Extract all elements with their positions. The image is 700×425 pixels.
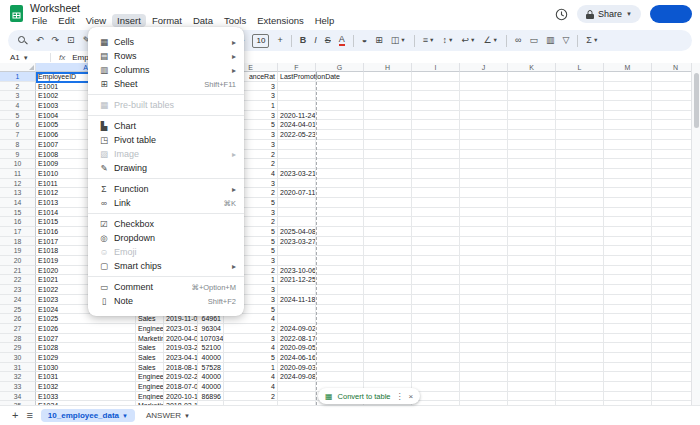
cell-H14[interactable] (364, 198, 412, 208)
cell-I28[interactable] (412, 334, 460, 344)
row-header-26[interactable]: 26 (0, 314, 36, 324)
cell-G18[interactable] (316, 237, 364, 247)
row-header-19[interactable]: 19 (0, 246, 36, 256)
cell-F10[interactable] (278, 159, 316, 169)
print-icon[interactable]: ⊡ (67, 36, 75, 45)
cell-G10[interactable] (316, 159, 364, 169)
cell-F20[interactable] (278, 256, 316, 266)
cell-F23[interactable] (278, 285, 316, 295)
cell-F22[interactable]: 2021-12-25 (278, 275, 316, 285)
cell-H18[interactable] (364, 237, 412, 247)
col-header-F[interactable]: F (278, 63, 316, 72)
cell-L18[interactable] (556, 237, 604, 247)
vertical-scrollbar[interactable] (691, 63, 700, 405)
cell-C27[interactable]: 2023-01-31 (164, 324, 198, 334)
cell-M15[interactable] (604, 208, 652, 218)
insert-menu-item-sheet[interactable]: ⊞SheetShift+F11 (88, 77, 244, 91)
row-header-13[interactable]: 13 (0, 188, 36, 198)
cell-J33[interactable] (460, 382, 508, 392)
cell-L6[interactable] (556, 120, 604, 130)
cell-H6[interactable] (364, 120, 412, 130)
cell-C28[interactable]: 2020-04-03 (164, 334, 198, 344)
cell-G4[interactable] (316, 101, 364, 111)
cell-K4[interactable] (508, 101, 556, 111)
insert-menu-item-columns[interactable]: ▥Columns▸ (88, 63, 244, 77)
row-header-5[interactable]: 5 (0, 111, 36, 121)
cell-A28[interactable]: E1027 (36, 334, 136, 344)
cell-F19[interactable] (278, 246, 316, 256)
cell-M22[interactable] (604, 275, 652, 285)
cell-M9[interactable] (604, 150, 652, 160)
row-header-24[interactable]: 24 (0, 295, 36, 305)
cell-J17[interactable] (460, 227, 508, 237)
undo-icon[interactable]: ↶ (36, 36, 44, 45)
menu-file[interactable]: File (27, 14, 52, 27)
fill-color-icon[interactable]: ◒ (362, 36, 367, 45)
cell-I7[interactable] (412, 130, 460, 140)
cell-M23[interactable] (604, 285, 652, 295)
cell-F4[interactable] (278, 101, 316, 111)
cell-K17[interactable] (508, 227, 556, 237)
cell-I21[interactable] (412, 266, 460, 276)
insert-menu-item-dropdown[interactable]: ◎Dropdown (88, 231, 244, 245)
cell-E33[interactable]: 4 (224, 382, 278, 392)
cell-H1[interactable] (364, 72, 412, 82)
text-rotation-icon[interactable]: ∠▼ (483, 36, 498, 45)
cell-I1[interactable] (412, 72, 460, 82)
cell-H29[interactable] (364, 343, 412, 353)
cell-A34[interactable]: E1033 (36, 392, 136, 402)
cell-K28[interactable] (508, 334, 556, 344)
text-color-icon[interactable]: A (339, 35, 345, 46)
cell-M10[interactable] (604, 159, 652, 169)
cell-H19[interactable] (364, 246, 412, 256)
cell-D27[interactable]: 96304 (198, 324, 224, 334)
borders-icon[interactable]: ⊞ (375, 36, 383, 45)
cell-I9[interactable] (412, 150, 460, 160)
cell-H26[interactable] (364, 314, 412, 324)
insert-menu-item-smart-chips[interactable]: ▢Smart chips▸ (88, 259, 244, 273)
cell-I33[interactable] (412, 382, 460, 392)
cell-E27[interactable]: 2 (224, 324, 278, 334)
col-header-M[interactable]: M (604, 63, 652, 72)
bold-icon[interactable]: B (300, 36, 307, 45)
cell-K16[interactable] (508, 217, 556, 227)
cell-J14[interactable] (460, 198, 508, 208)
cell-H3[interactable] (364, 91, 412, 101)
cell-H21[interactable] (364, 266, 412, 276)
cell-D32[interactable]: 40000 (198, 372, 224, 382)
row-header-32[interactable]: 32 (0, 372, 36, 382)
cell-I29[interactable] (412, 343, 460, 353)
cell-L8[interactable] (556, 140, 604, 150)
cell-L25[interactable] (556, 305, 604, 315)
cell-G12[interactable] (316, 179, 364, 189)
cell-L31[interactable] (556, 363, 604, 373)
cell-J15[interactable] (460, 208, 508, 218)
cell-L22[interactable] (556, 275, 604, 285)
cell-K11[interactable] (508, 169, 556, 179)
cell-L4[interactable] (556, 101, 604, 111)
cell-K34[interactable] (508, 392, 556, 402)
cell-F11[interactable]: 2023-03-21 (278, 169, 316, 179)
cell-K3[interactable] (508, 91, 556, 101)
insert-menu-item-comment[interactable]: ▭Comment⌘+Option+M (88, 280, 244, 294)
cell-H7[interactable] (364, 130, 412, 140)
cell-M34[interactable] (604, 392, 652, 402)
cell-M13[interactable] (604, 188, 652, 198)
insert-menu-item-chart[interactable]: ▙Chart (88, 119, 244, 133)
cell-B34[interactable]: Engineering (136, 392, 164, 402)
cell-J19[interactable] (460, 246, 508, 256)
cell-G30[interactable] (316, 353, 364, 363)
cell-I13[interactable] (412, 188, 460, 198)
cell-H25[interactable] (364, 305, 412, 315)
row-header-30[interactable]: 30 (0, 353, 36, 363)
cell-I16[interactable] (412, 217, 460, 227)
cell-H28[interactable] (364, 334, 412, 344)
cell-H4[interactable] (364, 101, 412, 111)
cell-L9[interactable] (556, 150, 604, 160)
cell-C29[interactable]: 2019-03-27 (164, 343, 198, 353)
col-header-J[interactable]: J (460, 63, 508, 72)
row-header-10[interactable]: 10 (0, 159, 36, 169)
cell-A30[interactable]: E1029 (36, 353, 136, 363)
cell-I26[interactable] (412, 314, 460, 324)
cell-K24[interactable] (508, 295, 556, 305)
